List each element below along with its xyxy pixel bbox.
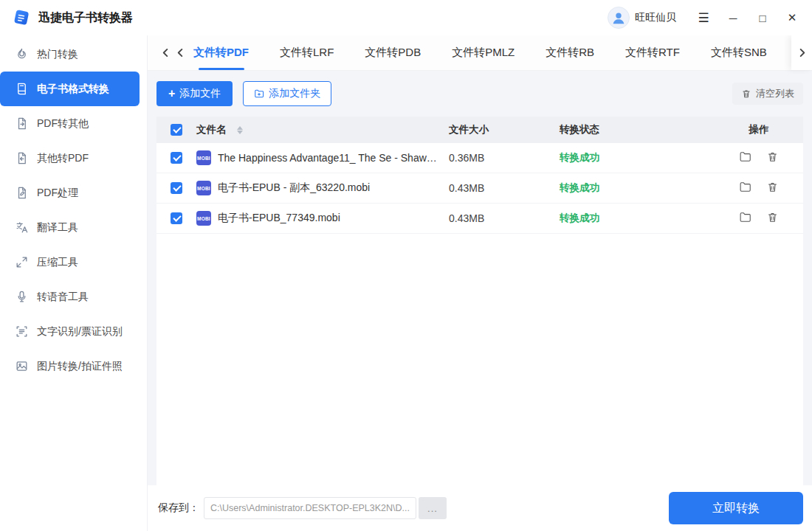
convert-button[interactable]: 立即转换 — [669, 492, 803, 524]
sidebar-item-pdf-process[interactable]: PDF处理 — [0, 176, 140, 210]
sidebar-item-label: 文字识别/票证识别 — [37, 325, 123, 339]
file-size: 0.43MB — [449, 182, 560, 194]
trash-icon — [766, 211, 779, 223]
delete-button[interactable] — [766, 150, 779, 165]
mobi-file-icon: MOBI — [196, 211, 211, 226]
delete-button[interactable] — [766, 181, 779, 195]
tab-file-to-pmlz[interactable]: 文件转PMLZ — [452, 35, 515, 70]
sidebar-item-label: 压缩工具 — [37, 256, 78, 269]
delete-button[interactable] — [766, 211, 779, 226]
tab-file-to-lrf[interactable]: 文件转LRF — [280, 35, 334, 70]
person-icon — [610, 10, 627, 26]
sidebar-item-compress[interactable]: 压缩工具 — [0, 245, 140, 280]
content-area: + 添加文件 添加文件夹 清空列表 文件名 — [148, 71, 812, 485]
row-checkbox[interactable] — [171, 212, 182, 224]
status-badge: 转换成功 — [560, 152, 599, 163]
app-logo-icon — [12, 8, 32, 28]
tab-scroll-right[interactable] — [791, 35, 812, 70]
trash-icon — [766, 181, 779, 193]
sidebar-item-label: 其他转PDF — [37, 152, 89, 165]
menu-icon[interactable]: ☰ — [691, 7, 716, 29]
tab-strip: 文件转PDF 文件转LRF 文件转PDB 文件转PMLZ 文件转RB 文件转RT… — [193, 35, 767, 70]
chevron-right-icon — [798, 49, 806, 57]
folder-icon — [739, 211, 751, 223]
sidebar-item-label: 热门转换 — [37, 48, 78, 61]
pdf-edit-icon — [15, 186, 29, 200]
main-area: 文件转PDF 文件转LRF 文件转PDB 文件转PMLZ 文件转RB 文件转RT… — [148, 35, 812, 531]
row-checkbox[interactable] — [171, 152, 182, 164]
header-status: 转换状态 — [560, 123, 715, 136]
username: 旺旺仙贝 — [635, 11, 676, 24]
close-button[interactable]: ✕ — [780, 7, 805, 29]
open-folder-button[interactable] — [739, 181, 751, 195]
tab-file-to-snb[interactable]: 文件转SNB — [711, 35, 767, 70]
chevron-left-icon — [162, 49, 170, 57]
sidebar-item-other-to-pdf[interactable]: 其他转PDF — [0, 141, 140, 176]
tab-scroll-left-outer[interactable] — [158, 43, 173, 63]
tab-scroll-left[interactable] — [173, 43, 187, 63]
sidebar-item-hot-convert[interactable]: 热门转换 — [0, 37, 140, 72]
clear-list-label: 清空列表 — [756, 87, 794, 100]
sidebar-item-label: 转语音工具 — [37, 291, 89, 304]
chevron-left-icon — [176, 49, 185, 57]
pdf-import-icon — [15, 151, 29, 165]
header-file-name: 文件名 — [196, 123, 227, 136]
mobi-file-icon: MOBI — [196, 181, 211, 195]
sidebar-item-ebook-convert[interactable]: 电子书格式转换 — [0, 72, 140, 106]
sidebar-item-pdf-to-other[interactable]: PDF转其他 — [0, 106, 140, 141]
sidebar-item-label: PDF处理 — [37, 187, 78, 200]
compress-icon — [15, 255, 29, 269]
sidebar-item-image-convert[interactable]: 图片转换/拍证件照 — [0, 349, 140, 384]
file-name: 电子书-EPUB - 副本_63220.mobi — [218, 181, 370, 195]
sort-icon[interactable] — [237, 126, 243, 134]
add-folder-button[interactable]: 添加文件夹 — [243, 81, 331, 106]
user-account[interactable]: 旺旺仙贝 — [608, 7, 676, 29]
app-title: 迅捷电子书转换器 — [38, 10, 133, 26]
tab-file-to-rb[interactable]: 文件转RB — [546, 35, 594, 70]
folder-plus-icon — [254, 88, 264, 99]
translate-icon — [15, 221, 29, 235]
browse-button[interactable]: ... — [419, 497, 447, 519]
titlebar: 迅捷电子书转换器 旺旺仙贝 ☰ ─ □ ✕ — [0, 0, 812, 35]
plus-icon: + — [168, 88, 175, 100]
table-row: MOBI 电子书-EPUB - 副本_63220.mobi 0.43MB 转换成… — [156, 173, 803, 204]
table-row: MOBI 电子书-EPUB_77349.mobi 0.43MB 转换成功 — [156, 204, 803, 234]
header-actions: 操作 — [715, 123, 803, 136]
sidebar: 热门转换 电子书格式转换 PDF转其他 其他转PDF PDF处理 翻译工具 压缩… — [0, 35, 148, 531]
save-path-input[interactable] — [204, 497, 416, 519]
avatar — [608, 7, 630, 29]
ocr-icon — [15, 324, 29, 339]
sidebar-item-label: 翻译工具 — [37, 221, 78, 235]
titlebar-controls: 旺旺仙贝 ☰ ─ □ ✕ — [608, 7, 805, 29]
toolbar: + 添加文件 添加文件夹 清空列表 — [156, 81, 803, 106]
sidebar-item-to-speech[interactable]: 转语音工具 — [0, 280, 140, 314]
sidebar-item-label: 图片转换/拍证件照 — [37, 360, 123, 373]
speech-icon — [15, 290, 29, 304]
flame-icon — [15, 47, 29, 61]
open-folder-button[interactable] — [739, 150, 751, 165]
file-size: 0.43MB — [449, 212, 560, 224]
add-file-button[interactable]: + 添加文件 — [156, 81, 233, 106]
tab-file-to-pdb[interactable]: 文件转PDB — [365, 35, 421, 70]
sidebar-item-ocr[interactable]: 文字识别/票证识别 — [0, 314, 140, 349]
trash-icon — [741, 88, 751, 99]
add-folder-label: 添加文件夹 — [269, 87, 320, 100]
folder-icon — [739, 181, 751, 193]
select-all-checkbox[interactable] — [171, 124, 182, 136]
open-folder-button[interactable] — [739, 211, 751, 226]
trash-icon — [766, 150, 779, 163]
status-badge: 转换成功 — [560, 182, 599, 193]
minimize-button[interactable]: ─ — [720, 7, 746, 29]
sidebar-item-translate[interactable]: 翻译工具 — [0, 210, 140, 245]
file-name: 电子书-EPUB_77349.mobi — [218, 212, 340, 225]
file-name: The Happiness Advantage11_ The Se - Shaw… — [218, 152, 441, 164]
row-checkbox[interactable] — [171, 182, 182, 194]
tab-file-to-rtf[interactable]: 文件转RTF — [625, 35, 680, 70]
app-brand: 迅捷电子书转换器 — [12, 8, 133, 28]
maximize-button[interactable]: □ — [750, 7, 775, 29]
sidebar-item-label: 电子书格式转换 — [37, 83, 109, 96]
book-icon — [15, 82, 29, 96]
tab-file-to-pdf[interactable]: 文件转PDF — [193, 35, 249, 70]
tabbar: 文件转PDF 文件转LRF 文件转PDB 文件转PMLZ 文件转RB 文件转RT… — [148, 35, 812, 71]
clear-list-button[interactable]: 清空列表 — [732, 83, 803, 105]
